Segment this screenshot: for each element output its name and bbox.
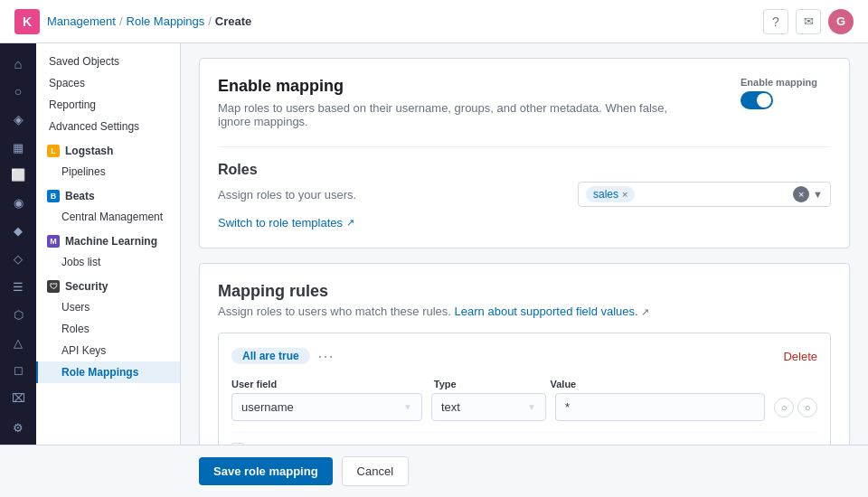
type-input[interactable]: text ▼: [431, 393, 546, 421]
topbar: K Management / Role Mappings / Create ? …: [0, 0, 868, 43]
value-col-label: Value: [551, 379, 766, 389]
sidebar-group-security[interactable]: 🛡 Security: [36, 273, 180, 296]
breadcrumb-create: Create: [215, 14, 251, 28]
breadcrumb-sep-1: /: [119, 14, 123, 28]
icon-nav: ⌂ ○ ◈ ▦ ⬜ ◉ ◆ ◇ ☰ ⬡ △ ◻ ⌧ ⚙: [0, 43, 36, 445]
sidebar-item-reporting[interactable]: Reporting: [36, 94, 180, 116]
nav-dashboard-icon[interactable]: ▦: [4, 135, 33, 161]
toggle-dot: [757, 93, 771, 108]
user-field-input[interactable]: username ▼: [231, 393, 422, 421]
roles-tag-value: sales: [593, 188, 618, 201]
rule-box: All are true ⋯ Delete User field Type Va…: [218, 333, 831, 445]
sidebar-item-jobs-list[interactable]: Jobs list: [36, 251, 180, 273]
value-field-value: *: [565, 400, 570, 414]
sidebar-item-advanced-settings[interactable]: Advanced Settings: [36, 116, 180, 137]
beats-group-icon: B: [47, 190, 60, 202]
roles-input-container[interactable]: sales × × ▼: [578, 182, 831, 207]
delete-rule-button[interactable]: Delete: [783, 350, 817, 363]
sidebar-group-logstash[interactable]: L Logstash: [36, 137, 180, 161]
ml-group-icon: M: [47, 235, 60, 248]
enable-mapping-desc: Map roles to users based on their userna…: [218, 101, 688, 128]
sidebar-item-central-management[interactable]: Central Management: [36, 206, 180, 228]
enable-mapping-card: Enable mapping Map roles to users based …: [199, 58, 850, 248]
nav-graph-icon[interactable]: ◇: [4, 246, 33, 272]
breadcrumb-management[interactable]: Management: [47, 14, 116, 28]
rule-header: All are true ⋯ Delete: [231, 346, 817, 366]
nav-discover-icon[interactable]: ○: [4, 79, 33, 105]
sidebar-item-roles[interactable]: Roles: [36, 318, 180, 340]
beats-group-label: Beats: [65, 190, 95, 202]
rule-row: username ▼ text ▼ * ○ ○: [231, 393, 817, 421]
type-dropdown-icon: ▼: [527, 402, 536, 412]
roles-tag: sales ×: [586, 186, 635, 202]
learn-about-link[interactable]: Learn about supported field values.: [455, 305, 638, 318]
roles-clear-icon[interactable]: ×: [793, 186, 809, 202]
sidebar-item-api-keys[interactable]: API Keys: [36, 340, 180, 361]
sidebar-group-beats[interactable]: B Beats: [36, 183, 180, 206]
external-link-icon: ↗: [346, 217, 354, 229]
bottom-bar: Save role mapping Cancel: [0, 445, 868, 497]
nav-ml-icon[interactable]: ◆: [4, 218, 33, 244]
badge-menu-icon[interactable]: ⋯: [317, 346, 334, 366]
topbar-help-icon[interactable]: ?: [763, 9, 788, 34]
content-area: Enable mapping Map roles to users based …: [181, 43, 868, 445]
type-value: text: [441, 400, 460, 414]
sidebar-item-spaces[interactable]: Spaces: [36, 72, 180, 94]
all-are-true-badge: All are true ⋯: [231, 346, 334, 366]
sidebar-item-saved-objects[interactable]: Saved Objects: [36, 51, 180, 72]
security-group-icon: 🛡: [47, 280, 60, 293]
roles-chevron-icon[interactable]: ▼: [813, 189, 823, 200]
sidebar-item-pipelines[interactable]: Pipelines: [36, 161, 180, 183]
user-field-col-label: User field: [231, 379, 425, 389]
sidebar: Saved Objects Spaces Reporting Advanced …: [36, 43, 181, 445]
mapping-rules-desc: Assign roles to users who match these ru…: [218, 305, 831, 318]
nav-dev-icon[interactable]: ⌧: [4, 385, 33, 411]
roles-tag-remove-icon[interactable]: ×: [622, 189, 627, 200]
enable-mapping-title: Enable mapping: [218, 77, 688, 96]
nav-stack-icon[interactable]: ☰: [4, 274, 33, 300]
app-logo: K: [14, 9, 40, 34]
sidebar-group-machine-learning[interactable]: M Machine Learning: [36, 228, 180, 251]
rule-action-1-icon[interactable]: ○: [774, 398, 794, 417]
nav-maps-icon[interactable]: ◉: [4, 190, 33, 216]
security-group-label: Security: [65, 280, 108, 293]
save-role-mapping-button[interactable]: Save role mapping: [199, 457, 333, 485]
logstash-group-icon: L: [47, 145, 60, 157]
sidebar-item-role-mappings[interactable]: Role Mappings: [36, 361, 180, 383]
breadcrumb-role-mappings[interactable]: Role Mappings: [127, 14, 205, 28]
rule-columns-header: User field Type Value: [231, 379, 817, 389]
nav-siem-icon[interactable]: ◻: [4, 357, 33, 383]
enable-mapping-label: Enable mapping: [741, 77, 817, 88]
nav-apm-icon[interactable]: ⬡: [4, 302, 33, 328]
user-field-value: username: [241, 400, 294, 414]
nav-management-icon[interactable]: ⚙: [4, 415, 33, 441]
sidebar-item-users[interactable]: Users: [36, 296, 180, 318]
value-input[interactable]: *: [555, 393, 765, 421]
add-rule-row: Add: [231, 432, 817, 445]
switch-to-role-templates-link[interactable]: Switch to role templates ↗: [218, 216, 354, 230]
topbar-mail-icon[interactable]: ✉: [796, 9, 821, 34]
roles-title: Roles: [218, 162, 831, 178]
nav-uptime-icon[interactable]: △: [4, 330, 33, 356]
ml-group-label: Machine Learning: [65, 235, 157, 248]
nav-visualize-icon[interactable]: ◈: [4, 107, 33, 133]
type-col-label: Type: [434, 379, 542, 389]
mapping-rules-card: Mapping rules Assign roles to users who …: [199, 263, 850, 445]
user-field-dropdown-icon: ▼: [403, 402, 412, 412]
breadcrumb-sep-2: /: [208, 14, 212, 28]
roles-section: Roles Assign roles to your users. sales …: [218, 146, 831, 230]
nav-home-icon[interactable]: ⌂: [4, 51, 33, 77]
mapping-rules-title: Mapping rules: [218, 282, 831, 301]
external-link-icon-2: ↗: [641, 306, 649, 317]
enable-mapping-toggle[interactable]: [741, 91, 773, 109]
all-true-label: All are true: [231, 348, 310, 364]
topbar-avatar[interactable]: G: [828, 9, 854, 34]
roles-desc: Assign roles to your users.: [218, 188, 356, 202]
cancel-button[interactable]: Cancel: [342, 456, 409, 486]
main-layout: ⌂ ○ ◈ ▦ ⬜ ◉ ◆ ◇ ☰ ⬡ △ ◻ ⌧ ⚙ Saved Object…: [0, 43, 868, 445]
breadcrumb: Management / Role Mappings / Create: [47, 14, 251, 28]
logstash-group-label: Logstash: [65, 145, 113, 157]
nav-canvas-icon[interactable]: ⬜: [4, 162, 33, 188]
rule-action-2-icon[interactable]: ○: [797, 398, 817, 417]
